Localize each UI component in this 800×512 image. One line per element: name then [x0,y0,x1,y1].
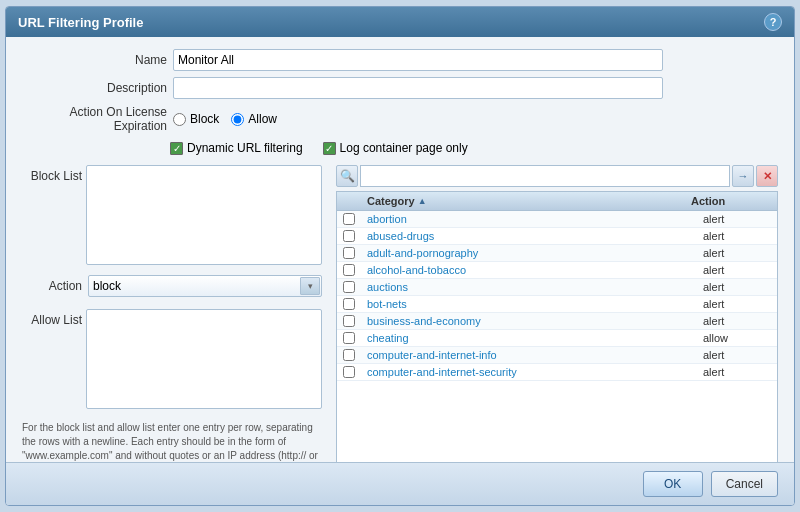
block-radio-label: Block [190,112,219,126]
table-row: computer-and-internet-security alert [337,364,777,381]
dialog-header: URL Filtering Profile ? [6,7,794,37]
dynamic-url-checkbox-item: ✓ Dynamic URL filtering [170,141,303,155]
allow-list-label: Allow List [22,309,82,327]
row-checkbox[interactable] [337,245,361,261]
action-field-label: Action [22,279,82,293]
search-go-button[interactable]: → [732,165,754,187]
row-checkbox[interactable] [337,296,361,312]
category-table: Category ▲ Action abortion alert abused-… [336,191,778,462]
table-row: business-and-economy alert [337,313,777,330]
block-radio-item: Block [173,112,219,126]
license-action-label: Action On License Expiration [22,105,167,133]
row-action: alert [697,211,777,227]
description-row: Description [22,77,778,99]
block-radio[interactable] [173,113,186,126]
category-list: abortion alert abused-drugs alert adult-… [337,211,777,462]
row-category-name[interactable]: business-and-economy [361,313,697,329]
table-row: alcohol-and-tobacco alert [337,262,777,279]
category-table-header: Category ▲ Action [337,192,777,211]
right-panel: 🔍 → ✕ Category ▲ Action [336,165,778,462]
dialog-footer: OK Cancel [6,462,794,505]
action-select[interactable]: block allow alert continue override [88,275,322,297]
header-category-col[interactable]: Category ▲ [361,192,685,210]
row-action: alert [697,347,777,363]
search-bar: 🔍 → ✕ [336,165,778,187]
row-category-name[interactable]: computer-and-internet-security [361,364,697,380]
category-search-input[interactable] [360,165,730,187]
description-input[interactable] [173,77,663,99]
description-label: Description [22,81,167,95]
license-action-row: Action On License Expiration Block Allow [22,105,778,133]
log-container-checkbox-item: ✓ Log container page only [323,141,468,155]
log-container-label: Log container page only [340,141,468,155]
row-category-name[interactable]: auctions [361,279,697,295]
dialog-body: Name Description Action On License Expir… [6,37,794,462]
search-clear-button[interactable]: ✕ [756,165,778,187]
row-category-name[interactable]: cheating [361,330,697,346]
row-category-name[interactable]: bot-nets [361,296,697,312]
checkboxes-row: ✓ Dynamic URL filtering ✓ Log container … [22,141,778,155]
row-action: alert [697,279,777,295]
row-category-name[interactable]: alcohol-and-tobacco [361,262,697,278]
row-checkbox[interactable] [337,347,361,363]
allow-radio-item: Allow [231,112,277,126]
action-select-wrapper: block allow alert continue override ▾ [88,275,322,297]
row-action: alert [697,228,777,244]
row-category-name[interactable]: abortion [361,211,697,227]
header-checkbox-col [337,192,361,210]
table-row: abused-drugs alert [337,228,777,245]
row-action: alert [697,296,777,312]
help-icon: ? [770,16,777,28]
left-panel: Block List Action block allow alert cont… [22,165,322,462]
row-category-name[interactable]: abused-drugs [361,228,697,244]
ok-button[interactable]: OK [643,471,703,497]
name-label: Name [22,53,167,67]
block-list-label: Block List [22,165,82,183]
row-action: alert [697,245,777,261]
main-content: Block List Action block allow alert cont… [22,165,778,462]
allow-radio[interactable] [231,113,244,126]
table-row: adult-and-pornography alert [337,245,777,262]
row-checkbox[interactable] [337,228,361,244]
allow-radio-label: Allow [248,112,277,126]
row-checkbox[interactable] [337,364,361,380]
sort-arrow-icon: ▲ [418,196,427,206]
row-action: alert [697,313,777,329]
row-checkbox[interactable] [337,313,361,329]
help-button[interactable]: ? [764,13,782,31]
block-list-textarea[interactable] [86,165,322,265]
header-action-col: Action [685,192,765,210]
table-row: bot-nets alert [337,296,777,313]
allow-list-section: Allow List [22,309,322,409]
name-input[interactable] [173,49,663,71]
scrollbar-header-spacer [765,192,777,210]
row-checkbox[interactable] [337,330,361,346]
row-category-name[interactable]: adult-and-pornography [361,245,697,261]
row-action: alert [697,364,777,380]
dynamic-url-label: Dynamic URL filtering [187,141,303,155]
table-row: cheating allow [337,330,777,347]
row-action: alert [697,262,777,278]
block-list-section: Block List [22,165,322,265]
action-row: Action block allow alert continue overri… [22,275,322,297]
table-row: auctions alert [337,279,777,296]
row-checkbox[interactable] [337,262,361,278]
name-row: Name [22,49,778,71]
row-action: allow [697,330,777,346]
search-icon: 🔍 [340,169,355,183]
row-checkbox[interactable] [337,279,361,295]
table-row: abortion alert [337,211,777,228]
row-checkbox[interactable] [337,211,361,227]
dynamic-url-checkbox[interactable]: ✓ [170,142,183,155]
row-category-name[interactable]: computer-and-internet-info [361,347,697,363]
info-text: For the block list and allow list enter … [22,421,322,462]
license-radio-group: Block Allow [173,112,277,126]
dialog-title: URL Filtering Profile [18,15,143,30]
header-category-label: Category [367,195,415,207]
search-icon-button[interactable]: 🔍 [336,165,358,187]
table-row: computer-and-internet-info alert [337,347,777,364]
allow-list-textarea[interactable] [86,309,322,409]
url-filtering-dialog: URL Filtering Profile ? Name Description… [5,6,795,506]
log-container-checkbox[interactable]: ✓ [323,142,336,155]
cancel-button[interactable]: Cancel [711,471,778,497]
